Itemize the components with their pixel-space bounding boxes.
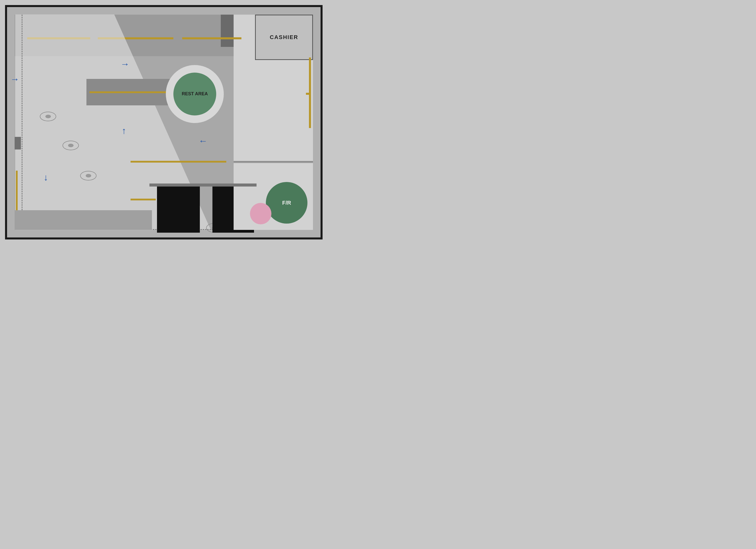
rest-area-outer-circle: REST AREA [166, 65, 224, 123]
counter-gold-line [89, 91, 167, 93]
pink-circle [250, 203, 271, 224]
floor-separator [149, 184, 257, 187]
arrow-right-top: → [120, 59, 130, 69]
fr-label: F/R [282, 200, 291, 206]
arrow-left-middle: ← [199, 136, 208, 146]
oval-item-2 [62, 141, 79, 150]
bottom-strip [15, 210, 152, 230]
black-rect-1 [157, 186, 200, 233]
panel-separator [234, 161, 313, 162]
gold-line-short [131, 199, 156, 200]
floor-plan: CASHIER REST AREA → → ↑ ← ↓ ↙ [5, 5, 323, 239]
gold-line-top-1 [27, 37, 90, 39]
fr-circle: F/R [266, 182, 307, 224]
gold-line-top-3 [182, 37, 241, 39]
cashier-area: CASHIER [255, 15, 313, 60]
arrow-up-middle: ↑ [122, 126, 126, 136]
rest-area-inner-circle: REST AREA [173, 73, 216, 115]
counter-shelf [86, 79, 170, 105]
oval-item-1 [40, 112, 56, 121]
cashier-label: CASHIER [270, 34, 298, 41]
rest-area-label: REST AREA [182, 91, 208, 97]
gold-line-middle [131, 161, 226, 163]
top-section [15, 15, 235, 56]
gold-line-top-2 [98, 37, 173, 39]
oval-item-3 [80, 171, 97, 180]
gold-hnotch [306, 93, 311, 95]
arrow-right-left: → [10, 74, 19, 84]
left-edge-box-1 [15, 137, 21, 149]
